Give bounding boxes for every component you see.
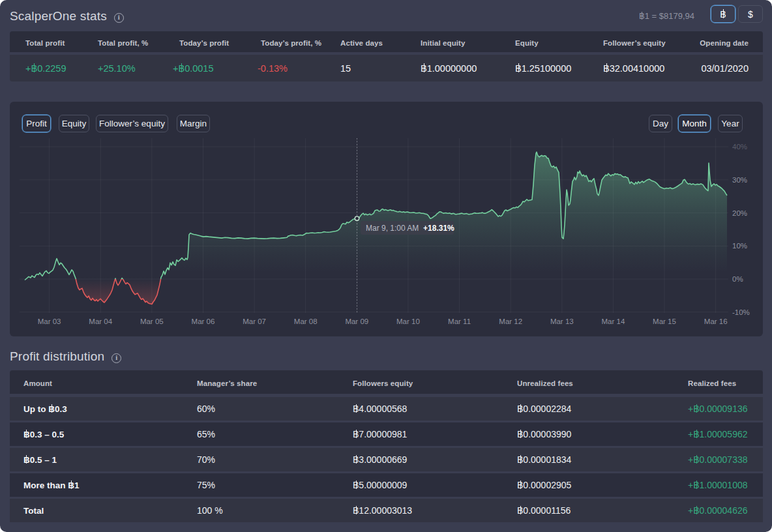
- svg-text:30%: 30%: [732, 176, 747, 184]
- svg-text:Mar 12: Mar 12: [499, 318, 522, 325]
- svg-text:Mar 10: Mar 10: [396, 318, 420, 325]
- svg-text:Mar 16: Mar 16: [704, 318, 728, 325]
- svg-text:-10%: -10%: [732, 308, 750, 316]
- svg-text:Mar 05: Mar 05: [140, 318, 164, 325]
- svg-text:Mar 09: Mar 09: [345, 318, 368, 325]
- svg-text:Mar 11: Mar 11: [448, 318, 471, 325]
- svg-text:Mar 15: Mar 15: [653, 318, 676, 325]
- svg-text:Mar 06: Mar 06: [192, 318, 215, 325]
- svg-text:Mar 04: Mar 04: [89, 318, 112, 325]
- svg-text:Mar 13: Mar 13: [550, 318, 574, 325]
- svg-text:Mar 08: Mar 08: [294, 318, 318, 325]
- svg-text:40%: 40%: [732, 143, 747, 151]
- svg-text:10%: 10%: [732, 242, 747, 250]
- svg-text:Mar 14: Mar 14: [602, 318, 625, 325]
- svg-text:0%: 0%: [732, 275, 743, 283]
- svg-text:Mar 03: Mar 03: [38, 318, 61, 325]
- svg-text:Mar 07: Mar 07: [243, 318, 266, 325]
- svg-text:20%: 20%: [732, 209, 747, 217]
